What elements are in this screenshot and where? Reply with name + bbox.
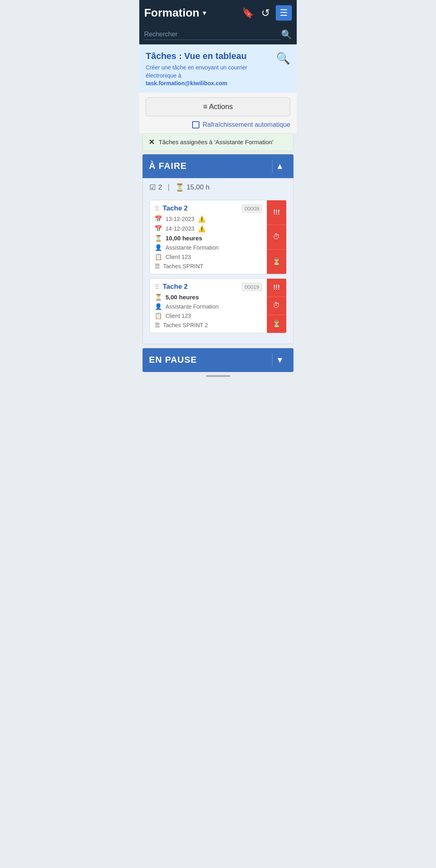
task-card: ⠿ Tache 2 00009 📅 13-12-2023 ⚠️ 📅 14-12-… (149, 200, 287, 274)
auto-refresh-label[interactable]: Rafraîchissement automatique (203, 121, 290, 128)
task-card-main: ⠿ Tache 2 00019 ⏳ 5,00 heures 👤 Assistan… (150, 279, 267, 333)
task-id: 00019 (242, 283, 262, 291)
hourglass-task-icon: ⏳ (155, 294, 162, 301)
task-date2: 📅 14-12-2023 ⚠️ (155, 225, 262, 233)
task-date2-value: 14-12-2023 (166, 225, 195, 232)
task-client-value: Client 123 (166, 254, 191, 260)
app-header: Formation ▾ 🔖 ↺ ☰ (139, 0, 297, 26)
task-card-side: !!! ⏱ ⏳ (267, 279, 286, 333)
task-timer-button[interactable]: ⏱ (267, 225, 286, 250)
task-hours-value: 10,00 heures (166, 235, 202, 242)
task-timer-button[interactable]: ⏱ (267, 297, 286, 315)
task-priority-button[interactable]: !!! (267, 200, 286, 225)
filter-close-button[interactable]: ✕ (149, 138, 155, 147)
project-icon: ☰ (155, 322, 160, 329)
drag-handle-icon[interactable]: ⠿ (155, 205, 159, 212)
task-card-main: ⠿ Tache 2 00009 📅 13-12-2023 ⚠️ 📅 14-12-… (150, 200, 267, 274)
warning-icon: ⚠️ (198, 215, 206, 223)
task-date1-value: 13-12-2023 (166, 216, 195, 222)
task-project-value: Taches SPRINT 2 (163, 322, 208, 328)
task-card-side: !!! ⏱ ⏳ (267, 200, 286, 274)
section-stats: ☑ 2 | ⏳ 15,00 h (143, 178, 293, 197)
task-priority-button[interactable]: !!! (267, 279, 286, 297)
section-pause-header: EN PAUSE ▼ (143, 348, 293, 372)
warning-red-icon: ⚠️ (198, 225, 206, 233)
board-title-area: Tâches : Vue en tableau Créer une tâche … (146, 51, 276, 88)
task-project: ☰ Taches SPRINT (155, 263, 262, 270)
stat-separator: | (168, 183, 170, 191)
client-icon: 📋 (155, 312, 162, 319)
board-header: Tâches : Vue en tableau Créer une tâche … (139, 44, 297, 92)
task-timesheet-button[interactable]: ⏳ (267, 315, 286, 333)
drag-handle-icon[interactable]: ⠿ (155, 283, 159, 291)
task-card-header: ⠿ Tache 2 00019 (155, 283, 262, 291)
hours-stat: ⏳ 15,00 h (175, 183, 210, 192)
hourglass-icon: ⏳ (175, 183, 184, 192)
actions-button[interactable]: ≡ Actions (146, 97, 290, 116)
task-project-value: Taches SPRINT (163, 263, 203, 269)
menu-button[interactable]: ☰ (276, 5, 292, 21)
total-hours: 15,00 h (187, 183, 210, 191)
check-icon: ☑ (149, 183, 156, 192)
task-client: 📋 Client 123 (155, 253, 262, 261)
filter-badge: ✕ Tâches assignées à 'Assistante Formati… (143, 133, 293, 151)
calendar-x-icon: 📅 (155, 225, 162, 232)
search-button[interactable]: 🔍 (281, 29, 292, 40)
task-card: ⠿ Tache 2 00019 ⏳ 5,00 heures 👤 Assistan… (149, 278, 287, 333)
task-title[interactable]: Tache 2 (163, 283, 239, 291)
task-assignee-value: Assistante Formation (166, 244, 219, 251)
task-hours: ⏳ 10,00 heures (155, 235, 262, 242)
auto-refresh-checkbox[interactable] (192, 121, 199, 128)
task-title[interactable]: Tache 2 (163, 204, 239, 212)
header-left: Formation ▾ (144, 6, 206, 19)
user-icon: 👤 (155, 244, 162, 251)
board-title: Tâches : Vue en tableau (146, 51, 276, 61)
section-pause-toggle[interactable]: ▼ (272, 354, 287, 366)
task-client: 📋 Client 123 (155, 312, 262, 319)
section-todo-toggle[interactable]: ▲ (272, 160, 287, 172)
actions-area: ≡ Actions (139, 92, 297, 121)
task-client-value: Client 123 (166, 313, 191, 319)
user-icon: 👤 (155, 303, 162, 310)
task-count: 2 (158, 183, 162, 191)
search-bar: 🔍 (139, 26, 297, 44)
hourglass-task-icon: ⏳ (155, 235, 162, 242)
task-card-header: ⠿ Tache 2 00009 (155, 204, 262, 213)
bookmark-button[interactable]: 🔖 (240, 6, 256, 20)
task-id: 00009 (242, 204, 262, 213)
filter-text: Tâches assignées à 'Assistante Formation… (159, 139, 273, 145)
task-date1: 📅 13-12-2023 ⚠️ (155, 215, 262, 223)
section-todo-header: À FAIRE ▲ (143, 154, 293, 178)
task-project: ☰ Taches SPRINT 2 (155, 322, 262, 329)
task-hours-value: 5,00 heures (166, 294, 199, 301)
tasks-container: ⠿ Tache 2 00009 📅 13-12-2023 ⚠️ 📅 14-12-… (143, 197, 293, 344)
section-todo-title: À FAIRE (149, 161, 187, 171)
task-timesheet-button[interactable]: ⏳ (267, 250, 286, 274)
scroll-indicator (206, 375, 230, 377)
task-assignee: 👤 Assistante Formation (155, 244, 262, 251)
history-button[interactable]: ↺ (260, 5, 272, 21)
client-icon: 📋 (155, 253, 162, 261)
auto-refresh-area: Rafraîchissement automatique (139, 121, 297, 133)
project-icon: ☰ (155, 263, 160, 270)
board-subtitle: Créer une tâche en envoyant un courrier … (146, 64, 276, 88)
calendar-icon: 📅 (155, 215, 162, 223)
app-title: Formation (144, 6, 199, 19)
dropdown-icon[interactable]: ▾ (203, 8, 206, 17)
board-search-icon[interactable]: 🔍 (276, 52, 290, 65)
search-input[interactable] (144, 29, 281, 40)
section-pause-title: EN PAUSE (149, 355, 197, 365)
task-hours: ⏳ 5,00 heures (155, 294, 262, 301)
main-content: Tâches : Vue en tableau Créer une tâche … (139, 44, 297, 380)
task-assignee-value: Assistante Formation (166, 303, 219, 310)
task-count-stat: ☑ 2 (149, 183, 162, 192)
task-assignee: 👤 Assistante Formation (155, 303, 262, 310)
bottom-bar (139, 372, 297, 380)
header-icons: 🔖 ↺ ☰ (240, 5, 292, 21)
board-email[interactable]: task.formation@kiwilibox.com (146, 80, 227, 86)
